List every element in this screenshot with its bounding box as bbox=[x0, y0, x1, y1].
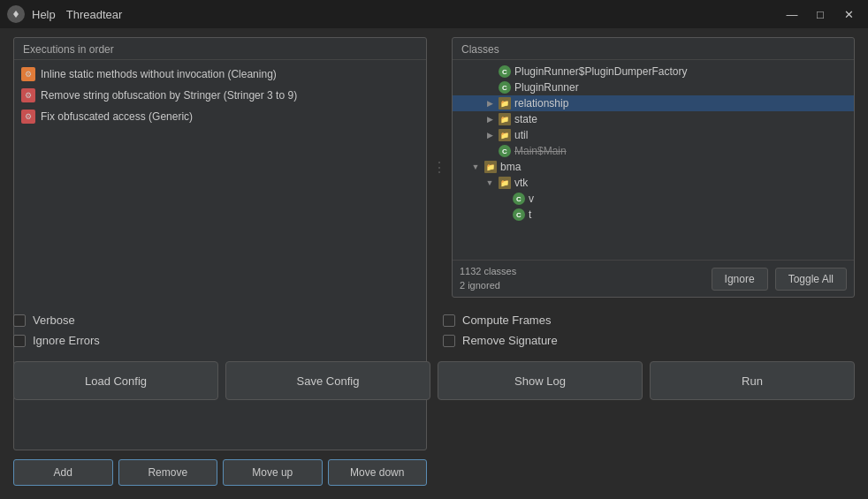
remove-signature-checkbox[interactable]: Remove Signature bbox=[443, 334, 855, 347]
tree-label-8: v bbox=[529, 193, 534, 205]
panels-row: Executions in order ⚙ Inline static meth… bbox=[13, 37, 855, 298]
classes-footer: 1132 classes 2 ignored Ignore Toggle All bbox=[453, 260, 854, 297]
tree-class-icon-9: C bbox=[513, 208, 525, 221]
app-name: Threadtear bbox=[66, 8, 123, 21]
tree-label-1: PluginRunner bbox=[514, 81, 579, 94]
tree-arrow-9 bbox=[499, 209, 509, 220]
maximize-button[interactable]: □ bbox=[808, 4, 833, 24]
ignore-errors-checkbox[interactable]: Ignore Errors bbox=[13, 334, 425, 347]
tree-arrow-6: ▼ bbox=[470, 162, 481, 172]
tree-item-8[interactable]: C v bbox=[453, 191, 854, 207]
tree-arrow-3: ▶ bbox=[484, 114, 495, 125]
remove-signature-label: Remove Signature bbox=[462, 334, 558, 347]
save-config-button[interactable]: Save Config bbox=[225, 361, 430, 400]
exec-icon-generic: ⚙ bbox=[21, 110, 35, 124]
tree-label-0: PluginRunner$PluginDumperFactory bbox=[514, 65, 687, 78]
move-down-button[interactable]: Move down bbox=[328, 459, 428, 486]
exec-icon-stringer: ⚙ bbox=[21, 88, 35, 102]
add-button[interactable]: Add bbox=[13, 459, 113, 486]
tree-arrow-1 bbox=[484, 82, 495, 93]
ignore-errors-checkbox-box[interactable] bbox=[13, 335, 26, 347]
show-log-button[interactable]: Show Log bbox=[438, 361, 643, 400]
compute-frames-checkbox-box[interactable] bbox=[443, 314, 455, 327]
tree-item-9[interactable]: C t bbox=[453, 207, 854, 223]
compute-frames-label: Compute Frames bbox=[462, 314, 551, 327]
tree-item-5[interactable]: C Main$Main bbox=[453, 143, 854, 159]
tree-class-icon-8: C bbox=[513, 193, 525, 205]
menu-bar: Help Threadtear bbox=[32, 8, 780, 21]
tree-label-3: state bbox=[514, 113, 537, 125]
remove-signature-checkbox-box[interactable] bbox=[443, 335, 455, 347]
window-controls: — □ ✕ bbox=[780, 4, 861, 24]
classes-panel: Classes C PluginRunner$PluginDumperFacto… bbox=[452, 37, 855, 298]
compute-frames-checkbox[interactable]: Compute Frames bbox=[443, 314, 855, 327]
tree-item-6[interactable]: ▼ 📁 bma bbox=[453, 159, 854, 175]
exec-item-0[interactable]: ⚙ Inline static methods without invocati… bbox=[14, 64, 426, 85]
exec-icon-cleaning: ⚙ bbox=[21, 67, 35, 81]
tree-label-7: vtk bbox=[514, 177, 528, 189]
exec-label-2: Fix obfuscated access (Generic) bbox=[41, 110, 193, 123]
options-left: Verbose Ignore Errors bbox=[13, 314, 425, 347]
tree-folder-icon-7: 📁 bbox=[499, 177, 511, 189]
ignore-errors-label: Ignore Errors bbox=[33, 334, 100, 347]
verbose-checkbox[interactable]: Verbose bbox=[13, 314, 425, 327]
exec-label-1: Remove string obfuscation by Stringer (S… bbox=[41, 89, 297, 102]
tree-arrow-7: ▼ bbox=[484, 178, 495, 188]
tree-label-9: t bbox=[529, 208, 531, 221]
tree-item-1[interactable]: C PluginRunner bbox=[453, 79, 854, 95]
tree-folder-icon-3: 📁 bbox=[499, 113, 511, 125]
tree-folder-icon-2: 📁 bbox=[499, 97, 511, 110]
app-logo bbox=[7, 5, 25, 23]
tree-arrow-8 bbox=[499, 193, 509, 204]
classes-title: Classes bbox=[453, 38, 854, 60]
tree-class-icon-1: C bbox=[499, 81, 511, 94]
exec-item-2[interactable]: ⚙ Fix obfuscated access (Generic) bbox=[14, 106, 426, 127]
tree-item-7[interactable]: ▼ 📁 vtk bbox=[453, 175, 854, 191]
verbose-label: Verbose bbox=[33, 314, 75, 327]
tree-label-2: relationship bbox=[514, 97, 568, 110]
tree-item-0[interactable]: C PluginRunner$PluginDumperFactory bbox=[453, 64, 854, 79]
tree-arrow-2: ▶ bbox=[484, 98, 495, 109]
tree-label-4: util bbox=[514, 129, 528, 141]
tree-item-4[interactable]: ▶ 📁 util bbox=[453, 127, 854, 143]
tree-arrow-5 bbox=[484, 146, 495, 156]
options-right: Compute Frames Remove Signature bbox=[443, 314, 855, 347]
panel-divider: ⋮ bbox=[436, 37, 443, 298]
menu-help[interactable]: Help bbox=[32, 8, 56, 21]
classes-count: 1132 classes 2 ignored bbox=[460, 265, 704, 292]
tree-arrow-4: ▶ bbox=[484, 130, 495, 140]
remove-button[interactable]: Remove bbox=[118, 459, 218, 486]
tree-item-3[interactable]: ▶ 📁 state bbox=[453, 111, 854, 127]
toggle-all-button[interactable]: Toggle All bbox=[775, 268, 847, 291]
load-config-button[interactable]: Load Config bbox=[13, 361, 218, 400]
title-bar: Help Threadtear — □ ✕ bbox=[0, 0, 868, 28]
options-row: Verbose Ignore Errors Compute Frames Rem… bbox=[13, 305, 855, 347]
ignore-button[interactable]: Ignore bbox=[712, 268, 768, 291]
tree-class-icon-0: C bbox=[499, 65, 511, 78]
tree-folder-icon-6: 📁 bbox=[484, 161, 497, 173]
verbose-checkbox-box[interactable] bbox=[13, 314, 26, 327]
bottom-buttons: Load Config Save Config Show Log Run bbox=[13, 354, 855, 400]
tree-item-2[interactable]: ▶ 📁 relationship bbox=[453, 95, 854, 111]
close-button[interactable]: ✕ bbox=[836, 4, 861, 24]
tree-class-icon-5: C bbox=[499, 145, 511, 157]
tree-folder-icon-4: 📁 bbox=[499, 129, 511, 141]
exec-label-0: Inline static methods without invocation… bbox=[41, 68, 277, 80]
tree-arrow-0 bbox=[484, 66, 495, 77]
move-up-button[interactable]: Move up bbox=[223, 459, 323, 486]
run-button[interactable]: Run bbox=[650, 361, 855, 400]
executions-btn-row: Add Remove Move up Move down bbox=[13, 456, 427, 486]
tree-label-5: Main$Main bbox=[514, 145, 567, 157]
classes-tree[interactable]: C PluginRunner$PluginDumperFactory C Plu… bbox=[453, 60, 854, 260]
exec-item-1[interactable]: ⚙ Remove string obfuscation by Stringer … bbox=[14, 85, 426, 106]
tree-label-6: bma bbox=[500, 161, 521, 173]
minimize-button[interactable]: — bbox=[780, 4, 804, 24]
main-content: Executions in order ⚙ Inline static meth… bbox=[0, 28, 868, 499]
executions-title: Executions in order bbox=[14, 38, 426, 60]
